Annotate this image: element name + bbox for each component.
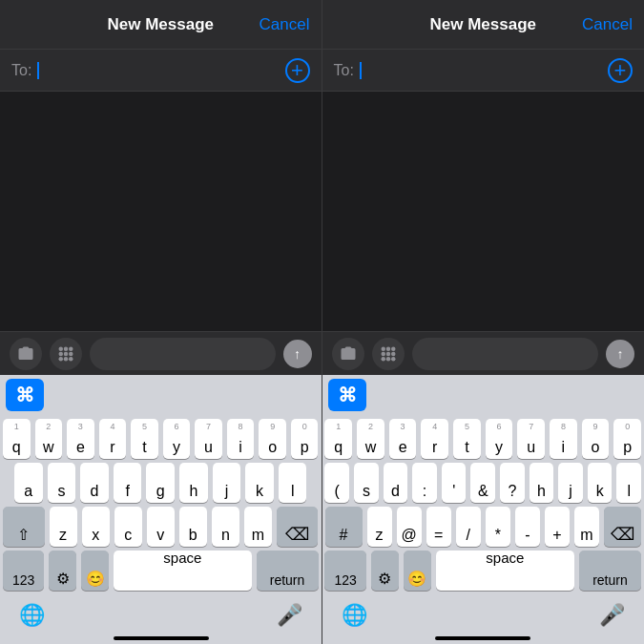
message-input-right[interactable] [412, 338, 599, 370]
key-colon-right[interactable]: : [412, 463, 437, 503]
key-l-left[interactable]: l [279, 463, 307, 503]
key-w-left[interactable]: 2w [35, 419, 63, 459]
cancel-button-right[interactable]: Cancel [582, 15, 633, 34]
camera-icon-left [17, 345, 34, 363]
key-g-left[interactable]: g [146, 463, 175, 503]
globe-icon-right[interactable]: 🌐 [342, 603, 367, 628]
key-f-left[interactable]: f [114, 463, 142, 503]
delete-key-right[interactable]: ⌫ [604, 507, 641, 547]
key-row-2-right: ( s d : ' & ? h j k l [325, 463, 642, 503]
gear-key-right[interactable]: ⚙ [371, 551, 399, 591]
num-key-right[interactable]: 123 [324, 551, 365, 591]
camera-button-right[interactable] [332, 338, 364, 370]
key-i-right[interactable]: 8i [550, 419, 577, 459]
delete-key-left[interactable]: ⌫ [277, 507, 319, 547]
key-n-left[interactable]: n [212, 507, 239, 547]
key-m-right[interactable]: m [574, 507, 599, 547]
key-o-left[interactable]: 9o [259, 419, 286, 459]
send-button-left[interactable]: ↑ [283, 340, 312, 368]
key-p-right[interactable]: 0p [613, 419, 641, 459]
key-at-right[interactable]: @ [397, 507, 422, 547]
to-field-left[interactable]: To: + [0, 50, 322, 92]
key-e-right[interactable]: 3e [389, 419, 417, 459]
key-b-left[interactable]: b [179, 507, 207, 547]
cmd-key-right[interactable]: ⌘ [328, 379, 366, 411]
mic-icon-left[interactable]: 🎤 [277, 603, 302, 628]
key-p-left[interactable]: 0p [291, 419, 319, 459]
key-paren-right[interactable]: ( [324, 463, 349, 503]
gear-key-left[interactable]: ⚙ [49, 551, 76, 591]
key-j-right[interactable]: j [558, 463, 583, 503]
key-star-right[interactable]: * [486, 507, 510, 547]
key-o-right[interactable]: 9o [582, 419, 610, 459]
key-slash-right[interactable]: / [456, 507, 481, 547]
app-button-right[interactable] [372, 338, 405, 370]
send-button-right[interactable]: ↑ [606, 340, 634, 368]
globe-icon-left[interactable]: 🌐 [19, 603, 45, 628]
key-l-right[interactable]: l [616, 463, 641, 503]
message-body-left[interactable] [0, 92, 322, 331]
message-body-right[interactable] [322, 92, 645, 331]
emoji-key-left[interactable]: 😊 [81, 551, 109, 591]
key-e-left[interactable]: 3e [67, 419, 94, 459]
key-plus-right[interactable]: + [545, 507, 570, 547]
key-quote-right[interactable]: ' [442, 463, 467, 503]
key-s-left[interactable]: s [48, 463, 76, 503]
key-k-right[interactable]: k [588, 463, 613, 503]
key-z-left[interactable]: z [50, 507, 77, 547]
shift-key-left[interactable]: ⇧ [3, 507, 45, 547]
cancel-button-left[interactable]: Cancel [260, 15, 310, 34]
key-q-mark-right[interactable]: ? [500, 463, 525, 503]
key-minus-right[interactable]: - [515, 507, 540, 547]
app-button-left[interactable] [50, 338, 82, 370]
key-t-right[interactable]: 5t [453, 419, 481, 459]
key-q-left[interactable]: 1q [3, 419, 31, 459]
key-j-left[interactable]: j [213, 463, 241, 503]
mic-icon-right[interactable]: 🎤 [599, 603, 625, 628]
key-w-right[interactable]: 2w [357, 419, 384, 459]
key-k-left[interactable]: k [245, 463, 274, 503]
svg-point-6 [59, 357, 64, 362]
key-h-right[interactable]: h [530, 463, 554, 503]
key-s-right[interactable]: s [354, 463, 379, 503]
key-amp-right[interactable]: & [470, 463, 495, 503]
key-r-left[interactable]: 4r [99, 419, 127, 459]
key-x-left[interactable]: x [82, 507, 110, 547]
right-panel: New Message Cancel To: + [322, 0, 645, 644]
key-y-left[interactable]: 6y [163, 419, 191, 459]
return-key-right[interactable]: return [579, 551, 641, 591]
key-u-right[interactable]: 7u [517, 419, 545, 459]
key-d-right[interactable]: d [384, 463, 408, 503]
to-field-right[interactable]: To: + [322, 50, 645, 92]
key-z-right[interactable]: z [367, 507, 392, 547]
svg-point-8 [69, 357, 73, 362]
key-u-left[interactable]: 7u [195, 419, 222, 459]
return-key-left[interactable]: return [257, 551, 319, 591]
num-key-left[interactable]: 123 [3, 551, 44, 591]
add-recipient-button-left[interactable]: + [285, 58, 310, 83]
hash-key-right[interactable]: # [325, 507, 363, 547]
space-key-left[interactable]: space [114, 551, 251, 591]
emoji-key-right[interactable]: 😊 [404, 551, 431, 591]
key-a-left[interactable]: a [14, 463, 43, 503]
key-q-right[interactable]: 1q [324, 419, 352, 459]
key-d-left[interactable]: d [80, 463, 109, 503]
key-r-right[interactable]: 4r [421, 419, 448, 459]
key-y-right[interactable]: 6y [486, 419, 513, 459]
svg-point-11 [391, 346, 396, 351]
cmd-key-left[interactable]: ⌘ [6, 379, 44, 411]
key-h-left[interactable]: h [179, 463, 208, 503]
nav-bar-left: New Message Cancel [0, 0, 322, 50]
key-m-left[interactable]: m [244, 507, 272, 547]
key-eq-right[interactable]: = [426, 507, 451, 547]
nav-title-right: New Message [430, 15, 537, 34]
camera-button-left[interactable] [10, 338, 42, 370]
key-i-left[interactable]: 8i [227, 419, 255, 459]
key-c-left[interactable]: c [114, 507, 142, 547]
add-recipient-button-right[interactable]: + [608, 58, 633, 83]
key-v-left[interactable]: v [147, 507, 175, 547]
message-input-left[interactable] [90, 338, 276, 370]
key-row-4-right: 123 ⚙ 😊 space return [325, 551, 642, 591]
space-key-right[interactable]: space [436, 551, 574, 591]
key-t-left[interactable]: 5t [131, 419, 158, 459]
